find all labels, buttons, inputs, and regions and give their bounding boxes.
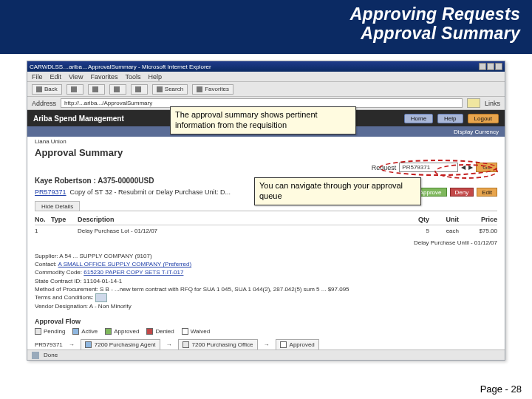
flow-start: PR579371 xyxy=(35,341,63,348)
menu-tools[interactable]: Tools xyxy=(125,73,140,81)
document-icon[interactable] xyxy=(95,293,107,302)
ariba-home-button[interactable]: Home xyxy=(404,114,433,123)
approval-flow-legend: Pending Active Approved Denied Waived xyxy=(35,328,497,335)
col-qty: Qty xyxy=(409,216,429,223)
approval-flow-header: Approval Flow xyxy=(35,318,497,325)
window-titlebar: CARWDLSS…ariba…ApprovalSummary - Microso… xyxy=(27,61,505,72)
legend-active-icon xyxy=(72,328,79,335)
search-button[interactable]: Search xyxy=(152,84,188,95)
forward-button[interactable] xyxy=(66,84,83,95)
tab-hide-details[interactable]: Hide Details xyxy=(35,201,80,211)
prev-request-icon[interactable]: ◀ xyxy=(461,164,466,171)
flow-end: Approved xyxy=(276,339,319,349)
display-currency-link[interactable]: Display Currency xyxy=(454,129,499,135)
close-icon[interactable] xyxy=(495,63,502,70)
search-icon xyxy=(157,86,163,92)
line-item-details: Supplier: A 54 ... SUPPLY COMPANY (9107)… xyxy=(35,252,497,310)
edit-button[interactable]: Edit xyxy=(477,188,497,197)
stop-button[interactable] xyxy=(88,84,105,95)
home-button[interactable] xyxy=(131,84,148,95)
menu-file[interactable]: File xyxy=(32,73,43,81)
menu-favorites[interactable]: Favorites xyxy=(90,73,117,81)
request-desc: Copy of ST 32 - Resubmit or Delay Purcha… xyxy=(70,188,231,196)
go-button[interactable] xyxy=(467,98,480,108)
forward-icon xyxy=(71,86,77,92)
request-nav-row: Request PR579371 ◀ ▶ Go xyxy=(35,163,497,172)
status-text: Done xyxy=(44,352,58,358)
user-line: Liana Union xyxy=(35,138,66,145)
favorites-button[interactable]: Favorites xyxy=(192,84,233,95)
home-icon xyxy=(135,86,141,92)
commodity-link[interactable]: 615230 PAPER COPY SETS T-IT-017 xyxy=(83,269,183,276)
slide-header: Approving Requests Approval Summary xyxy=(0,0,532,54)
menu-edit[interactable]: Edit xyxy=(50,73,62,81)
callout-nav-queue: You can navigate through your approval q… xyxy=(254,177,421,205)
slide-footer: Page - 28 xyxy=(480,383,522,395)
ie-window: CARWDLSS…ariba…ApprovalSummary - Microso… xyxy=(27,61,505,361)
legend-approved-icon xyxy=(105,328,112,335)
back-icon xyxy=(36,86,42,92)
stop-icon xyxy=(92,86,98,92)
request-go-button[interactable]: Go xyxy=(476,163,497,172)
col-price: Price xyxy=(459,216,497,223)
slide-title-2: Approval Summary xyxy=(12,24,520,43)
line-item-row: 1 Delay Purchase Lot - 01/12/07 5 each $… xyxy=(35,225,497,236)
page-heading: Approval Summary xyxy=(35,147,497,158)
refresh-button[interactable] xyxy=(109,84,126,95)
menu-bar[interactable]: File Edit View Favorites Tools Help xyxy=(27,72,505,82)
flow-node-2[interactable]: 7200 Purchasing Office xyxy=(178,339,258,349)
request-input[interactable]: PR579371 xyxy=(399,163,458,172)
next-request-icon[interactable]: ▶ xyxy=(468,164,473,171)
contact-link[interactable]: A SMALL OFFICE SUPPLY COMPANY (Preferred… xyxy=(58,261,192,267)
ariba-help-button[interactable]: Help xyxy=(437,114,463,123)
deny-button[interactable]: Deny xyxy=(450,188,474,197)
slide-title-1: Approving Requests xyxy=(12,4,520,24)
ariba-brand: Ariba Spend Management xyxy=(33,115,124,123)
legend-denied-icon xyxy=(146,328,153,335)
window-title: CARWDLSS…ariba…ApprovalSummary - Microso… xyxy=(30,64,211,70)
minimize-icon[interactable] xyxy=(479,63,486,70)
page-content: Liana Union Approval Summary Request PR5… xyxy=(27,137,505,349)
col-unit: Unit xyxy=(429,216,459,223)
menu-help[interactable]: Help xyxy=(148,73,162,81)
legend-pending-icon xyxy=(35,328,41,335)
back-button[interactable]: Back xyxy=(32,84,62,95)
flow-node-1[interactable]: 7200 Purchasing Agent xyxy=(81,339,160,349)
maximize-icon[interactable] xyxy=(487,63,494,70)
line-items-header: No. Type Description Qty Unit Price xyxy=(35,214,497,225)
refresh-icon xyxy=(114,86,120,92)
approval-flow-row: PR579371 → 7200 Purchasing Agent → 7200 … xyxy=(35,339,497,349)
callout-summary-info: The approval summary shows pertinent inf… xyxy=(170,106,356,134)
window-controls[interactable] xyxy=(479,63,502,70)
star-icon xyxy=(197,86,202,92)
col-no: No. xyxy=(35,216,51,223)
ie-toolbar[interactable]: Back Search Favorites xyxy=(27,82,505,97)
links-label[interactable]: Links xyxy=(485,100,500,107)
request-link[interactable]: PR579371 xyxy=(35,188,66,196)
menu-view[interactable]: View xyxy=(69,73,83,81)
delay-until: Delay Purchase Until - 01/12/07 xyxy=(35,239,497,246)
legend-waived-icon xyxy=(182,328,188,335)
ie-status-bar: Done xyxy=(27,349,505,360)
request-label: Request xyxy=(372,164,397,171)
page-icon xyxy=(32,352,39,359)
ariba-logout-button[interactable]: Logout xyxy=(468,114,499,123)
col-desc: Description xyxy=(78,216,409,223)
address-label: Address xyxy=(32,100,56,107)
col-type: Type xyxy=(51,216,78,223)
